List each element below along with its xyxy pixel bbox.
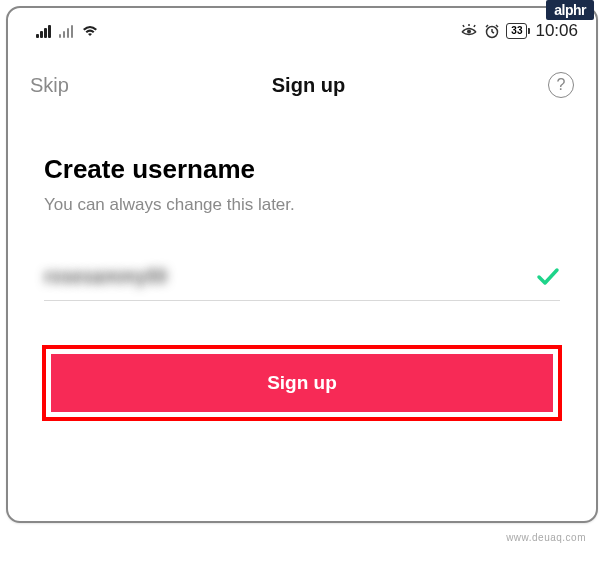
status-right: 33 10:06 — [460, 21, 578, 41]
signal-icon-2 — [59, 24, 74, 38]
skip-button[interactable]: Skip — [30, 74, 69, 97]
svg-line-8 — [496, 25, 498, 27]
battery-level: 33 — [511, 25, 522, 37]
svg-line-7 — [486, 25, 488, 27]
page-title: Sign up — [272, 74, 345, 97]
clock: 10:06 — [535, 21, 578, 41]
battery-icon: 33 — [506, 23, 527, 39]
checkmark-icon — [536, 267, 560, 287]
wifi-icon — [81, 24, 99, 38]
nav-bar: Skip Sign up ? — [8, 48, 596, 108]
subtext: You can always change this later. — [44, 195, 560, 215]
svg-line-3 — [474, 25, 475, 27]
svg-line-1 — [463, 25, 464, 27]
status-bar: 33 10:06 — [8, 8, 596, 48]
svg-line-6 — [492, 32, 494, 33]
username-input[interactable]: rosesammy00 — [44, 265, 166, 288]
status-left — [36, 24, 99, 38]
heading: Create username — [44, 154, 560, 185]
main-content: Create username You can always change th… — [8, 108, 596, 421]
signup-button[interactable]: Sign up — [51, 354, 553, 412]
eye-icon — [460, 24, 478, 38]
signal-icon-1 — [36, 24, 51, 38]
highlight-annotation: Sign up — [42, 345, 562, 421]
help-label: ? — [557, 76, 566, 94]
username-field-row: rosesammy00 — [44, 265, 560, 301]
phone-frame: 33 10:06 Skip Sign up ? Create username … — [6, 6, 598, 523]
alphr-badge: alphr — [546, 0, 594, 20]
watermark: www.deuaq.com — [506, 532, 586, 543]
alarm-icon — [484, 23, 500, 39]
help-icon[interactable]: ? — [548, 72, 574, 98]
svg-point-0 — [467, 30, 471, 34]
